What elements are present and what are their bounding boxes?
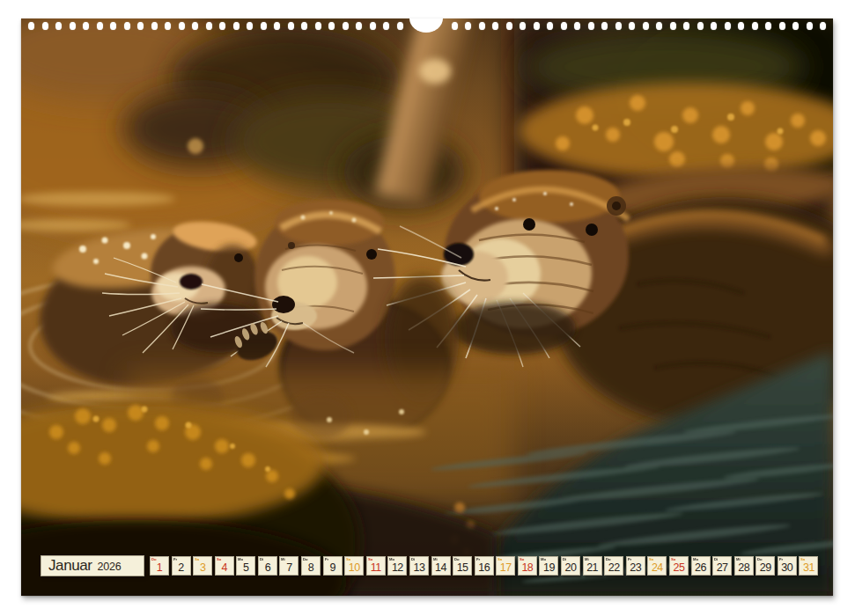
- binding-hole: [137, 22, 144, 30]
- otter-left-nose: [180, 274, 203, 290]
- binding-hole: [233, 22, 240, 30]
- binding-hole: [42, 22, 48, 30]
- otter-right-eye-right: [586, 224, 598, 236]
- binding-hole: [670, 22, 676, 30]
- binding-hole: [656, 22, 662, 30]
- otter-left-eye: [234, 253, 243, 262]
- binding-hole: [97, 22, 103, 30]
- otter-right-eye-left: [523, 218, 535, 231]
- binding-hole: [274, 22, 280, 30]
- binding-hole: [492, 22, 498, 30]
- binding-hole: [561, 22, 567, 30]
- binding-hole: [697, 22, 704, 30]
- binding-hole: [356, 22, 362, 30]
- binding-hole: [465, 22, 471, 30]
- binding-hole: [328, 22, 335, 30]
- binding-hole: [370, 22, 376, 30]
- binding-hole: [206, 22, 212, 30]
- binding-hole: [247, 22, 253, 30]
- binding-hole: [643, 22, 649, 30]
- binding-hole: [683, 22, 689, 30]
- binding-hole: [343, 22, 349, 30]
- binding-hole: [779, 22, 785, 30]
- binding-hole: [506, 22, 512, 30]
- binding-hole: [534, 22, 540, 30]
- binding-hole: [588, 22, 594, 30]
- binding-hole: [55, 22, 62, 30]
- calendar-sheet: Januar 2026 Do1Fr2Sa3So4Mo5Di6Mi7Do8Fr9S…: [21, 18, 833, 596]
- binding-hole: [83, 22, 89, 30]
- binding-hole: [192, 22, 198, 30]
- binding-hole: [752, 22, 758, 30]
- binding-hole: [765, 22, 771, 30]
- binding-hole: [792, 22, 799, 30]
- binding-hole: [110, 22, 116, 30]
- binding-hole: [601, 22, 608, 30]
- binding-hole: [261, 22, 267, 30]
- binding-hole: [520, 22, 526, 30]
- binding-hole: [288, 22, 294, 30]
- binding-hole: [151, 22, 158, 30]
- binding-hole: [574, 22, 580, 30]
- binding-hole: [165, 22, 171, 30]
- binding-hole: [397, 22, 403, 30]
- binding-hole: [807, 22, 813, 30]
- otter-middle-nose: [272, 296, 295, 313]
- binding-hole: [301, 22, 307, 30]
- otter-photo: [21, 18, 833, 596]
- binding-hole: [383, 22, 389, 30]
- binding-hole: [315, 22, 321, 30]
- binding-hole: [124, 22, 130, 30]
- binding-hole: [479, 22, 485, 30]
- binding-hole: [179, 22, 185, 30]
- binding-hole: [629, 22, 635, 30]
- product-shot: Januar 2026 Do1Fr2Sa3So4Mo5Di6Mi7Do8Fr9S…: [0, 0, 855, 616]
- binding-hole: [615, 22, 622, 30]
- binding-hole: [547, 22, 553, 30]
- binding-hole: [219, 22, 225, 30]
- binding-hole: [725, 22, 731, 30]
- binding-hole: [820, 22, 826, 30]
- binding-hole: [70, 22, 76, 30]
- binding-hole: [711, 22, 717, 30]
- binding-hole: [738, 22, 744, 30]
- binding-hole: [28, 22, 34, 30]
- binding-hole: [452, 22, 458, 30]
- otter-middle-eye: [366, 249, 377, 260]
